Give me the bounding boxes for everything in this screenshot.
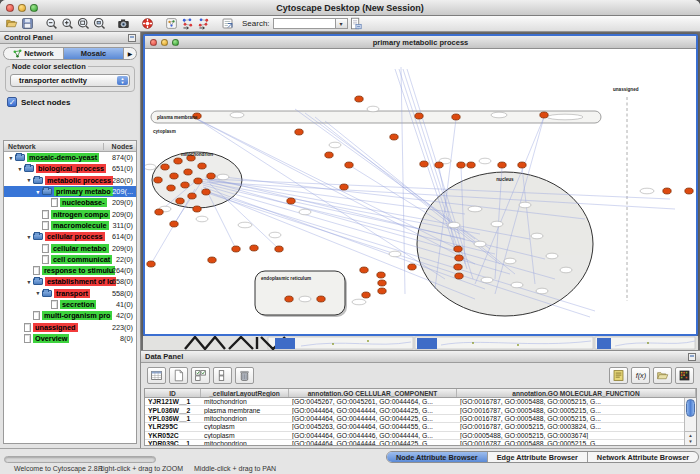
- frame-zoom-button[interactable]: [172, 39, 179, 46]
- tree-row[interactable]: nitrogen compo209(0): [4, 208, 136, 219]
- network-node-label[interactable]: [329, 142, 341, 148]
- network-node[interactable]: [454, 246, 462, 252]
- save-session-button[interactable]: [20, 17, 35, 31]
- network-node[interactable]: [455, 255, 463, 261]
- tree-row[interactable]: ▾biological_process651(0): [4, 163, 136, 174]
- network-node-label[interactable]: [238, 222, 252, 228]
- network-node-label[interactable]: [546, 253, 558, 259]
- network-node[interactable]: [181, 182, 189, 188]
- tree-expand-icon[interactable]: ▾: [34, 189, 42, 195]
- network-node[interactable]: [378, 288, 386, 294]
- network-node-label[interactable]: [196, 216, 208, 222]
- table-row[interactable]: YJR121W__1mitochondrion[GO:0045267, GO:0…: [145, 398, 696, 406]
- network-node[interactable]: [285, 296, 293, 302]
- network-node[interactable]: [317, 296, 325, 302]
- network-node[interactable]: [540, 112, 548, 118]
- minimize-window-button[interactable]: [18, 4, 26, 12]
- tab-edge-attribute-browser[interactable]: Edge Attribute Browser: [488, 452, 588, 462]
- select-nodes-checkbox[interactable]: ✓: [7, 97, 17, 107]
- column-header[interactable]: _cellularLayoutRegion: [201, 389, 289, 397]
- delete-attribute-trash-button[interactable]: [235, 367, 254, 384]
- network-edge[interactable]: [197, 119, 445, 279]
- function-builder-button[interactable]: f(x): [631, 367, 650, 384]
- network-node[interactable]: [452, 114, 460, 120]
- tree-row[interactable]: ▾mosaic-demo-yeast874(0): [4, 152, 136, 163]
- import-attributes-button[interactable]: [348, 17, 363, 31]
- tree-row[interactable]: multi-organism pro42(0): [4, 310, 136, 321]
- region-plasma-membrane[interactable]: [151, 111, 601, 123]
- network-node-label[interactable]: [367, 106, 379, 112]
- tab-network-attribute-browser[interactable]: Network Attribute Browser: [588, 452, 698, 462]
- network-node[interactable]: [287, 198, 295, 204]
- network-node-label[interactable]: [448, 222, 460, 228]
- table-scrollbar[interactable]: ▲▼: [684, 398, 696, 445]
- help-lifering-button[interactable]: [140, 17, 155, 31]
- zoom-selected-button[interactable]: [92, 17, 107, 31]
- network-node-label[interactable]: [217, 174, 229, 180]
- network-node-label[interactable]: [230, 112, 244, 118]
- network-node[interactable]: [455, 273, 463, 279]
- network-node[interactable]: [345, 162, 353, 168]
- network-node[interactable]: [390, 134, 398, 140]
- tree-expand-icon[interactable]: ▾: [25, 177, 33, 183]
- tree-col-network[interactable]: Network: [4, 143, 104, 150]
- network-node[interactable]: [685, 188, 693, 194]
- network-node[interactable]: [362, 292, 370, 298]
- network-node-label[interactable]: [491, 221, 503, 227]
- tree-row[interactable]: cell communicat22(0): [4, 254, 136, 265]
- tree-expand-icon[interactable]: ▾: [34, 290, 42, 296]
- attribute-list-button[interactable]: [609, 367, 628, 384]
- network-node[interactable]: [415, 113, 423, 119]
- network-node[interactable]: [454, 264, 462, 270]
- unselect-attributes-button[interactable]: [213, 367, 232, 384]
- network-node[interactable]: [340, 184, 348, 190]
- tab-mosaic[interactable]: Mosaic: [64, 48, 124, 59]
- network-node-label[interactable]: [145, 164, 156, 170]
- table-row[interactable]: YDR039C__1mitochondrion[GO:0044464, GO:0…: [145, 440, 696, 446]
- node-color-combobox[interactable]: transporter activity ▲▼: [10, 74, 130, 87]
- annotation-button[interactable]: [220, 17, 235, 31]
- tree-row[interactable]: ▾metabolic process280(0): [4, 175, 136, 186]
- network-node[interactable]: [193, 206, 201, 212]
- network-node-label[interactable]: [531, 233, 543, 239]
- frame-minimize-button[interactable]: [161, 39, 168, 46]
- network-node[interactable]: [194, 178, 202, 184]
- network-node[interactable]: [174, 158, 182, 164]
- tree-expand-icon[interactable]: ▾: [16, 166, 24, 172]
- column-header[interactable]: ID: [145, 389, 201, 397]
- network-node-label[interactable]: [536, 288, 548, 294]
- import-network-2-button[interactable]: [196, 17, 211, 31]
- zoom-window-button[interactable]: [30, 4, 38, 12]
- network-node[interactable]: [518, 162, 526, 168]
- tree-row[interactable]: ▾transport558(0): [4, 288, 136, 299]
- network-view-frame[interactable]: primary metabolic process plasma membran…: [143, 34, 698, 336]
- network-node[interactable]: [435, 162, 443, 168]
- tree-row[interactable]: ▾primary metabo209(...: [4, 186, 136, 197]
- tree-expand-icon[interactable]: ▾: [7, 155, 15, 161]
- network-node-label[interactable]: [547, 114, 583, 120]
- network-node[interactable]: [378, 280, 386, 286]
- network-node[interactable]: [198, 163, 206, 169]
- tree-col-nodes[interactable]: Nodes: [104, 143, 136, 150]
- select-attributes-button[interactable]: [191, 367, 210, 384]
- more-tabs-arrow[interactable]: ▶: [124, 50, 136, 57]
- network-node[interactable]: [360, 267, 368, 273]
- network-node[interactable]: [170, 173, 178, 179]
- table-row[interactable]: YPL036W__2plasma membrane[GO:0044464, GO…: [145, 406, 696, 414]
- search-input[interactable]: [273, 18, 335, 29]
- zoom-fit-button[interactable]: [76, 17, 91, 31]
- network-node[interactable]: [295, 129, 303, 135]
- tree-row[interactable]: response to stimulu264(0): [4, 265, 136, 276]
- network-edge[interactable]: [401, 67, 405, 294]
- tree-expand-icon[interactable]: ▾: [25, 279, 33, 285]
- tree-row[interactable]: ▾cellular process614(0): [4, 231, 136, 242]
- network-node[interactable]: [208, 257, 216, 263]
- network-node[interactable]: [232, 246, 240, 252]
- close-window-button[interactable]: [6, 4, 14, 12]
- tree-row[interactable]: Overview8(0): [4, 333, 136, 344]
- table-row[interactable]: YPL036W__1mitochondrion[GO:0044464, GO:0…: [145, 415, 696, 423]
- network-node[interactable]: [154, 177, 162, 183]
- network-node[interactable]: [202, 189, 210, 195]
- network-node[interactable]: [188, 193, 196, 199]
- network-node-label[interactable]: [299, 296, 311, 302]
